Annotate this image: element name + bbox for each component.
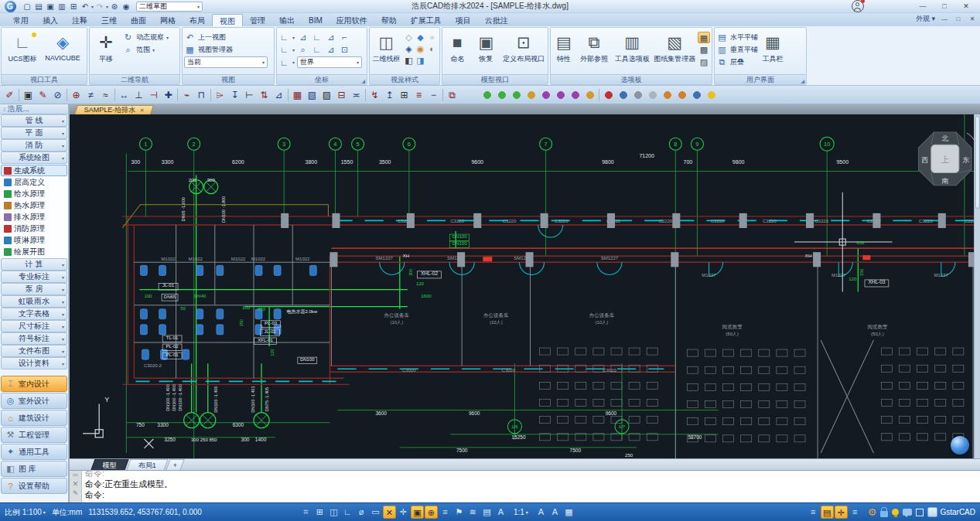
layer-tool-icon[interactable] xyxy=(704,87,719,102)
annotation-scale-control[interactable]: 1:1▾ xyxy=(514,508,528,516)
palette-category[interactable]: 文字表格▾ xyxy=(1,308,67,320)
wireframe-button[interactable]: ◫ 二维线框 xyxy=(371,29,401,64)
doc-close-button[interactable]: ✕ xyxy=(968,15,977,22)
palette-category[interactable]: 尺寸标注▾ xyxy=(1,320,67,332)
ribbon-tab-管理[interactable]: 管理 xyxy=(243,14,272,26)
ribbon-tab-注释[interactable]: 注释 xyxy=(65,14,94,26)
xref-button[interactable]: ⧉ 外部参照 xyxy=(577,29,612,64)
ribbon-tab-云批注[interactable]: 云批注 xyxy=(478,14,515,26)
ribbon-tab-曲面[interactable]: 曲面 xyxy=(124,14,153,26)
layer-tool-icon[interactable] xyxy=(645,87,660,102)
ucs-tool-icon[interactable]: ⊿ xyxy=(297,32,309,43)
toolbar-icon[interactable]: ↯ xyxy=(367,87,382,102)
command-input[interactable]: 命令: xyxy=(85,489,980,500)
status-toggle[interactable]: ≋ xyxy=(466,506,480,519)
style-icon[interactable]: ◨ xyxy=(415,55,426,66)
toolbar-icon[interactable]: ⧉ xyxy=(445,87,459,102)
ucs-tool-icon[interactable]: ∟ xyxy=(278,57,290,68)
pan-button[interactable]: ✛ 平移 xyxy=(91,29,121,64)
ucs-icon-button[interactable]: ∟ UCS图标 xyxy=(3,29,42,64)
layer-tool-icon[interactable] xyxy=(660,87,674,102)
properties-button[interactable]: ▤ 特性 xyxy=(552,29,575,64)
style-icon[interactable]: ◆ xyxy=(415,32,426,43)
status-toggle[interactable]: ≡ xyxy=(849,506,862,519)
toolbar-icon[interactable]: − xyxy=(426,87,441,102)
view-manager-button[interactable]: ▦视图管理器 xyxy=(184,44,272,55)
status-toggle[interactable]: ▣ xyxy=(411,506,424,519)
chat-icon[interactable] xyxy=(903,509,912,516)
sheet-set-manager-button[interactable]: ▧ 图纸集管理器 xyxy=(653,29,696,64)
dialog-launcher-icon[interactable]: ◢ xyxy=(801,77,804,86)
ribbon-tab-扩展工具[interactable]: 扩展工具 xyxy=(404,14,449,26)
toolbar-icon[interactable]: ▣ xyxy=(21,87,36,102)
palette-command[interactable]: 排水原理 xyxy=(1,211,67,223)
status-toggle[interactable]: ⊞ xyxy=(313,506,326,519)
clean-screen-icon[interactable] xyxy=(916,509,924,516)
tile-horizontally-button[interactable]: ▤水平平铺 xyxy=(716,32,758,43)
status-toggle[interactable]: ≡ xyxy=(439,506,452,519)
status-toggle[interactable]: ◫ xyxy=(327,506,340,519)
status-toggle[interactable]: ⚑ xyxy=(452,506,466,519)
ucs-tool-icon[interactable]: ∟ xyxy=(311,44,323,55)
cad-drawing[interactable]: 北西东南上 123456789101/61/7 3003300620038001… xyxy=(70,114,980,458)
ribbon-tab-输出[interactable]: 输出 xyxy=(272,14,302,26)
new-icon[interactable]: ▢ xyxy=(22,2,32,11)
gstarcad-logo[interactable]: G xyxy=(0,0,20,13)
ucs-tool-icon[interactable]: ∟ xyxy=(278,44,290,55)
toolbars-button[interactable]: ▦ 工具栏 xyxy=(760,29,786,64)
module-室内设计[interactable]: ⌶室内设计 xyxy=(1,376,67,392)
toolbar-icon[interactable]: ↥ xyxy=(382,87,397,102)
status-toggle[interactable]: ▤ xyxy=(821,506,834,519)
add-layout-button[interactable]: + xyxy=(166,459,184,470)
status-toggle[interactable]: ▤ xyxy=(480,506,493,519)
toolbar-icon[interactable]: ≠ xyxy=(84,87,98,102)
status-toggle[interactable]: A xyxy=(534,506,548,519)
redo-icon[interactable]: ↷ xyxy=(94,2,105,11)
appearance-menu[interactable]: 外观 ▾ xyxy=(916,14,935,24)
style-icon[interactable]: ◇ xyxy=(403,32,415,43)
command-grip-icon[interactable]: ═ xyxy=(73,471,77,478)
save-icon[interactable]: ▣ xyxy=(45,2,56,11)
print-icon[interactable]: ⊞ xyxy=(68,2,79,11)
ribbon-tab-插入[interactable]: 插入 xyxy=(36,14,65,26)
open-icon[interactable]: ▤ xyxy=(33,2,44,11)
tile-vertically-button[interactable]: ▥垂直平铺 xyxy=(716,44,758,55)
palette-category[interactable]: 管 线▾ xyxy=(1,114,67,127)
ucs-tool-icon[interactable]: ∟ xyxy=(311,32,323,43)
layer-tool-icon[interactable] xyxy=(582,87,597,102)
ucs-tool-icon[interactable]: ⌐ xyxy=(339,32,350,43)
palette-category[interactable]: 系统绘图▾ xyxy=(1,152,67,164)
palette-category[interactable]: 专业标注▾ xyxy=(1,271,67,283)
layer-tool-icon[interactable] xyxy=(509,87,524,102)
toolbar-icon[interactable]: ⊟ xyxy=(334,87,349,102)
palette-header[interactable]: ⁞⁞浩辰... xyxy=(0,104,68,114)
status-toggle[interactable]: A xyxy=(494,506,507,519)
status-toggle[interactable]: ∟ xyxy=(341,506,354,519)
ucs-tool-icon[interactable]: ⊡ xyxy=(339,44,350,55)
lock-icon[interactable] xyxy=(880,511,888,517)
palette-command[interactable]: 消防原理 xyxy=(1,223,67,234)
status-toggle[interactable]: A xyxy=(548,506,562,519)
scrollbar-thumb[interactable] xyxy=(975,116,980,209)
module-建筑设计[interactable]: ⌂建筑设计 xyxy=(1,410,67,426)
layer-tool-icon[interactable] xyxy=(674,87,689,102)
ribbon-tab-常用[interactable]: 常用 xyxy=(6,14,36,26)
palette-category[interactable]: 符号标注▾ xyxy=(1,332,67,345)
user-account-icon[interactable] xyxy=(852,0,864,12)
ribbon-tab-布局[interactable]: 布局 xyxy=(183,14,212,26)
toolbar-icon[interactable]: ▧ xyxy=(305,87,319,102)
palette-command[interactable]: 层高定义 xyxy=(1,176,67,188)
module-通用工具[interactable]: ✦通用工具 xyxy=(1,444,67,460)
doc-minimize-button[interactable]: — xyxy=(940,15,949,22)
palette-category[interactable]: 虹吸雨水▾ xyxy=(1,295,67,308)
ucs-select[interactable]: 世界▾ xyxy=(297,56,362,68)
ribbon-tab-BIM[interactable]: BIM xyxy=(302,14,330,26)
toolbar-icon[interactable]: ⊕ xyxy=(69,87,84,102)
chevron-down-icon[interactable]: ▾ xyxy=(106,4,108,9)
layer-tool-icon[interactable] xyxy=(480,87,494,102)
toolbar-icon[interactable]: ✎ xyxy=(36,87,50,102)
tool-palettes-button[interactable]: ▥ 工具选项板 xyxy=(613,29,651,64)
palette-category[interactable]: 泵 房▾ xyxy=(1,283,67,295)
module-设置帮助[interactable]: ?设置帮助 xyxy=(1,478,67,494)
ucs-tool-icon[interactable]: ⊿ xyxy=(325,32,336,43)
